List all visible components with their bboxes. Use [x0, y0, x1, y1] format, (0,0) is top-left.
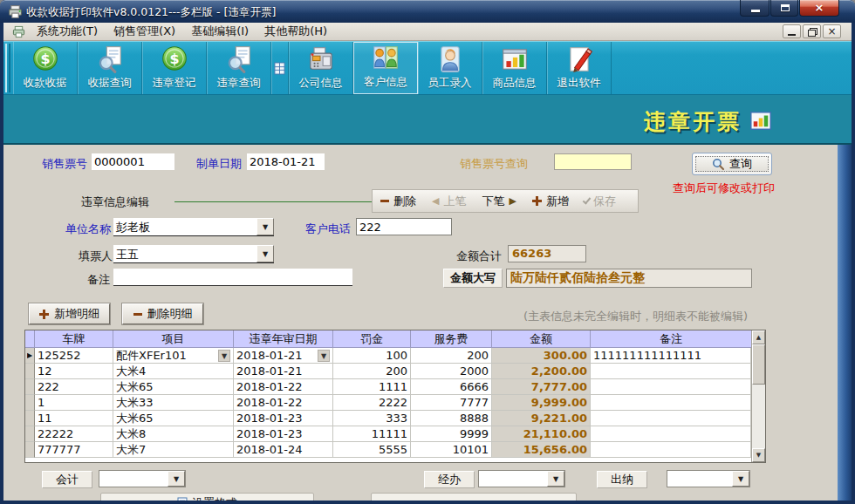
- cell-fine[interactable]: 100: [333, 348, 411, 364]
- format-button[interactable]: 设置格式: [100, 493, 314, 501]
- cell-service[interactable]: 10101: [411, 442, 492, 458]
- toolbar-grip[interactable]: [5, 44, 10, 92]
- next-record-button[interactable]: 下笔▶: [474, 190, 523, 212]
- blank-button[interactable]: [371, 493, 577, 501]
- header-cell-remark[interactable]: 备注: [591, 330, 751, 348]
- toolbar-button-exit[interactable]: 退出软件: [547, 42, 612, 94]
- table-scrollbar[interactable]: ▲ ▼: [751, 330, 765, 462]
- unit-name-combo[interactable]: 彭老板 ▼: [113, 218, 274, 236]
- chevron-down-icon[interactable]: ▼: [168, 471, 185, 487]
- cell-fine[interactable]: 1111: [333, 379, 411, 395]
- cell-amount[interactable]: 300.00: [492, 348, 591, 364]
- toolbar-button-violation-query[interactable]: 违章查询: [207, 42, 271, 94]
- cell-plate[interactable]: 125252: [35, 348, 113, 364]
- row-indicator[interactable]: [25, 395, 35, 411]
- cell-remark[interactable]: 111111111111111: [591, 348, 751, 364]
- cell-dropdown-icon[interactable]: ▼: [318, 350, 330, 362]
- scroll-thumb[interactable]: [752, 344, 765, 385]
- menu-item-basic[interactable]: 基础编辑(I): [183, 24, 256, 39]
- cell-date[interactable]: 2018-01-21: [234, 364, 333, 379]
- cell-date[interactable]: 2018-01-22: [234, 379, 333, 395]
- row-indicator[interactable]: [25, 411, 35, 426]
- header-cell-fine[interactable]: 罚金: [333, 330, 411, 348]
- mdi-close-button[interactable]: ×: [823, 24, 841, 38]
- chevron-down-icon[interactable]: ▼: [732, 471, 749, 487]
- row-indicator[interactable]: [25, 379, 35, 395]
- toolbar-button-product-info[interactable]: 商品信息: [482, 42, 547, 94]
- cell-item[interactable]: 大米65: [113, 379, 234, 395]
- toolbar-button-receipt-query[interactable]: 收据查询: [78, 42, 142, 94]
- cell-service[interactable]: 8888: [411, 411, 492, 426]
- cell-item[interactable]: 大米33: [113, 395, 234, 411]
- customer-phone-input[interactable]: [356, 218, 452, 235]
- cell-amount[interactable]: 7,777.00: [492, 379, 591, 395]
- make-date-input[interactable]: [247, 153, 325, 170]
- menu-item-system[interactable]: 系统功能(T): [29, 24, 106, 39]
- row-indicator[interactable]: ▶: [25, 348, 35, 364]
- toolbar-button-employee-entry[interactable]: 员工录入: [418, 42, 482, 94]
- cell-amount[interactable]: 9,221.00: [492, 411, 591, 426]
- delete-record-button[interactable]: 删除: [373, 190, 424, 212]
- cell-item[interactable]: 配件XFEr101▼: [113, 348, 234, 364]
- scroll-up-button[interactable]: ▲: [752, 330, 765, 344]
- header-cell-amount[interactable]: 金额: [492, 330, 591, 348]
- cell-remark[interactable]: [591, 442, 751, 458]
- cell-amount[interactable]: 2,200.00: [492, 364, 591, 379]
- accountant-combo[interactable]: ▼: [99, 470, 186, 487]
- cell-remark[interactable]: [591, 411, 751, 426]
- mdi-restore-button[interactable]: [803, 24, 821, 38]
- menu-item-help[interactable]: 其他帮助(H): [256, 24, 335, 39]
- query-no-input[interactable]: [554, 153, 632, 170]
- chevron-down-icon[interactable]: ▼: [547, 471, 564, 487]
- toolbar-button-violation-register[interactable]: $ 违章登记: [142, 42, 207, 94]
- cell-plate[interactable]: 12: [35, 364, 113, 379]
- cell-plate[interactable]: 1: [35, 395, 113, 411]
- header-cell-service[interactable]: 服务费: [411, 330, 492, 348]
- handler-combo[interactable]: ▼: [478, 470, 565, 487]
- toolbar-grid-icon[interactable]: [271, 42, 289, 94]
- toolbar-button-company-info[interactable]: 公司信息: [289, 42, 353, 94]
- cell-fine[interactable]: 2222: [333, 395, 411, 411]
- save-record-button[interactable]: 保存: [577, 190, 624, 212]
- cell-plate[interactable]: 11: [35, 411, 113, 426]
- close-button[interactable]: ×: [799, 0, 839, 17]
- cell-service[interactable]: 6666: [411, 379, 492, 395]
- table-row[interactable]: 777777大米72018-01-2455551010115,656.00: [25, 442, 751, 458]
- cell-date[interactable]: 2018-01-23: [234, 426, 333, 442]
- query-button[interactable]: 查询: [692, 153, 772, 175]
- toolbar-button-customer-info[interactable]: 客户信息: [353, 42, 418, 94]
- remark-input[interactable]: [113, 269, 352, 286]
- cell-amount[interactable]: 21,110.00: [492, 426, 591, 442]
- maximize-button[interactable]: [770, 0, 798, 17]
- cell-date[interactable]: 2018-01-24: [234, 442, 333, 458]
- row-indicator[interactable]: [25, 426, 35, 442]
- header-cell-plate[interactable]: 车牌: [35, 330, 113, 348]
- cell-item[interactable]: 大米65: [113, 411, 234, 426]
- minimize-button[interactable]: [740, 0, 770, 17]
- cell-plate[interactable]: 22222: [35, 426, 113, 442]
- header-cell-date[interactable]: 违章年审日期: [234, 330, 333, 348]
- cell-fine[interactable]: 11111: [333, 426, 411, 442]
- chevron-down-icon[interactable]: ▼: [256, 245, 274, 262]
- table-row[interactable]: 22222大米82018-01-2311111999921,110.00: [25, 426, 751, 442]
- mdi-minimize-button[interactable]: [783, 24, 801, 38]
- cell-remark[interactable]: [591, 379, 751, 395]
- cell-plate[interactable]: 222: [35, 379, 113, 395]
- cashier-combo[interactable]: ▼: [667, 470, 750, 487]
- cell-service[interactable]: 9999: [411, 426, 492, 442]
- cell-item[interactable]: 大米7: [113, 442, 234, 458]
- add-detail-button[interactable]: 新增明细: [29, 303, 110, 324]
- table-row[interactable]: 11大米652018-01-2333388889,221.00: [25, 411, 751, 426]
- cell-service[interactable]: 7777: [411, 395, 492, 411]
- cell-fine[interactable]: 333: [333, 411, 411, 426]
- cell-amount[interactable]: 15,656.00: [492, 442, 591, 458]
- filler-combo[interactable]: 王五 ▼: [113, 245, 274, 263]
- cell-remark[interactable]: [591, 395, 751, 411]
- cell-remark[interactable]: [591, 364, 751, 379]
- cell-dropdown-icon[interactable]: ▼: [218, 350, 230, 362]
- cell-remark[interactable]: [591, 426, 751, 442]
- cell-plate[interactable]: 777777: [35, 442, 113, 458]
- cell-fine[interactable]: 200: [333, 364, 411, 379]
- prev-record-button[interactable]: ◀上笔: [424, 190, 474, 212]
- toolbar-button-receipt[interactable]: $ 收款收据: [13, 42, 78, 94]
